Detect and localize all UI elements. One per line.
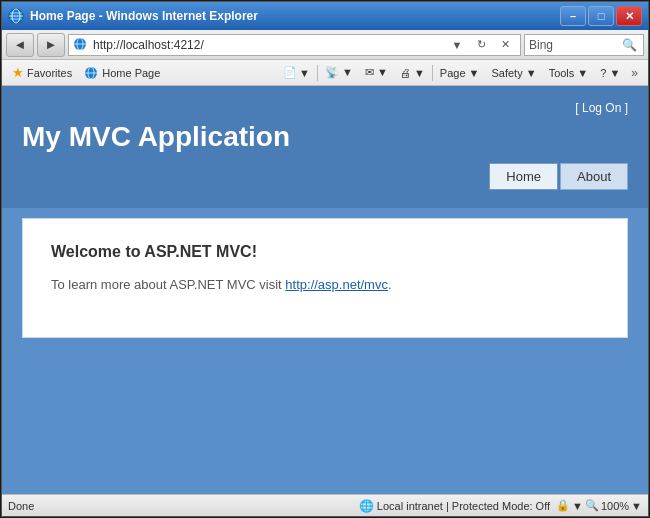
lock-icon: 🔒 bbox=[556, 499, 570, 512]
browser-icon bbox=[8, 8, 24, 24]
toolbar-buttons: 📄▼ 📡 ▼ ✉ ▼ 🖨 ▼ Page ▼ Safety ▼ Tools ▼ ?… bbox=[278, 64, 642, 82]
favorites-label: Favorites bbox=[27, 67, 72, 79]
window-controls: – □ ✕ bbox=[560, 6, 642, 26]
content-area: Welcome to ASP.NET MVC! To learn more ab… bbox=[2, 208, 648, 494]
print-btn[interactable]: 🖨 ▼ bbox=[395, 65, 430, 81]
log-on-link[interactable]: [ Log On ] bbox=[575, 101, 628, 115]
tools-menu[interactable]: Tools ▼ bbox=[544, 65, 594, 81]
intranet-text: Local intranet | Protected Mode: Off bbox=[377, 500, 550, 512]
content-box: Welcome to ASP.NET MVC! To learn more ab… bbox=[22, 218, 628, 338]
help-menu[interactable]: ? ▼ bbox=[595, 65, 625, 81]
mvc-link[interactable]: http://asp.net/mvc bbox=[285, 277, 388, 292]
welcome-text-after: . bbox=[388, 277, 392, 292]
globe-icon: 🌐 bbox=[359, 499, 374, 513]
maximize-button[interactable]: □ bbox=[588, 6, 614, 26]
zoom-control[interactable]: 🔒 ▼ 🔍 100% ▼ bbox=[556, 499, 642, 512]
address-bar-row: ◄ ► http://localhost:4212/ ▼ ↻ ✕ Bing 🔍 bbox=[2, 30, 648, 60]
toolbar-more[interactable]: » bbox=[627, 64, 642, 82]
safety-menu[interactable]: Safety ▼ bbox=[486, 65, 541, 81]
search-button[interactable]: 🔍 bbox=[619, 35, 639, 55]
search-placeholder: Bing bbox=[529, 38, 619, 52]
zoom-chevron: ▼ bbox=[631, 500, 642, 512]
zoom-text: ▼ bbox=[572, 500, 583, 512]
zoom-icon: 🔍 bbox=[585, 499, 599, 512]
log-on-container: [ Log On ] bbox=[22, 101, 628, 115]
browser-content: [ Log On ] My MVC Application Home About… bbox=[2, 86, 648, 494]
address-dropdown[interactable]: ▼ bbox=[446, 34, 468, 56]
welcome-text: To learn more about ASP.NET MVC visit ht… bbox=[51, 277, 599, 292]
browser-window: Home Page - Windows Internet Explorer – … bbox=[1, 1, 649, 517]
address-favicon bbox=[73, 37, 89, 53]
page-menu[interactable]: Page ▼ bbox=[435, 65, 485, 81]
rss-btn[interactable]: 📡 ▼ bbox=[320, 64, 358, 81]
minimize-button[interactable]: – bbox=[560, 6, 586, 26]
window-title: Home Page - Windows Internet Explorer bbox=[30, 9, 560, 23]
email-btn[interactable]: ✉ ▼ bbox=[360, 64, 393, 81]
intranet-status: 🌐 Local intranet | Protected Mode: Off bbox=[359, 499, 550, 513]
zoom-level: 100% bbox=[601, 500, 629, 512]
address-icons: ▼ ↻ ✕ bbox=[446, 34, 516, 56]
refresh-button[interactable]: ↻ bbox=[470, 34, 492, 56]
search-box[interactable]: Bing 🔍 bbox=[524, 34, 644, 56]
favorites-button[interactable]: ★ Favorites bbox=[8, 63, 76, 82]
home-nav-button[interactable]: Home bbox=[489, 163, 558, 190]
forward-button[interactable]: ► bbox=[37, 33, 65, 57]
star-icon: ★ bbox=[12, 65, 24, 80]
app-title: My MVC Application bbox=[22, 121, 628, 153]
nav-buttons: Home About bbox=[22, 163, 628, 198]
add-favorites-btn[interactable]: 📄▼ bbox=[278, 64, 315, 81]
toolbar-divider-1 bbox=[317, 65, 318, 81]
address-text: http://localhost:4212/ bbox=[93, 38, 446, 52]
welcome-text-before: To learn more about ASP.NET MVC visit bbox=[51, 277, 285, 292]
welcome-heading: Welcome to ASP.NET MVC! bbox=[51, 243, 599, 261]
page-header: [ Log On ] My MVC Application Home About bbox=[2, 86, 648, 208]
toolbar-divider-2 bbox=[432, 65, 433, 81]
favorites-bar: ★ Favorites Home Page 📄▼ 📡 ▼ ✉ ▼ 🖨 ▼ Pag bbox=[2, 60, 648, 86]
stop-button[interactable]: ✕ bbox=[494, 34, 516, 56]
status-right: 🌐 Local intranet | Protected Mode: Off 🔒… bbox=[359, 499, 642, 513]
tab-label: Home Page bbox=[102, 67, 160, 79]
close-button[interactable]: ✕ bbox=[616, 6, 642, 26]
status-done: Done bbox=[8, 500, 359, 512]
status-bar: Done 🌐 Local intranet | Protected Mode: … bbox=[2, 494, 648, 516]
about-nav-button[interactable]: About bbox=[560, 163, 628, 190]
back-button[interactable]: ◄ bbox=[6, 33, 34, 57]
favorites-tab: Home Page bbox=[84, 66, 160, 80]
title-bar: Home Page - Windows Internet Explorer – … bbox=[2, 2, 648, 30]
tab-favicon bbox=[84, 66, 98, 80]
address-box[interactable]: http://localhost:4212/ ▼ ↻ ✕ bbox=[68, 34, 521, 56]
